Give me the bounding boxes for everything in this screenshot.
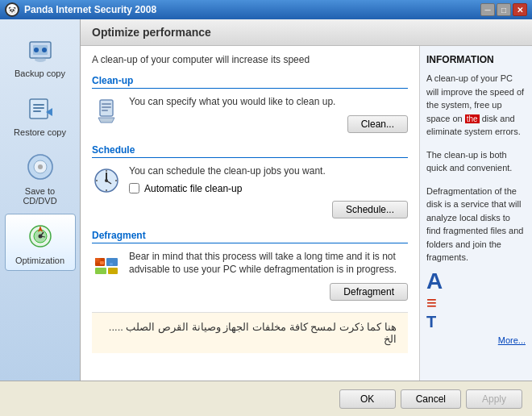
app-icon: 🐼 bbox=[5, 2, 19, 17]
svg-point-2 bbox=[35, 57, 46, 62]
info-panel-paragraph-3: Defragmentation of the disk is a service… bbox=[426, 185, 526, 264]
defragment-title: Defragment bbox=[92, 230, 408, 243]
svg-rect-37 bbox=[110, 263, 113, 265]
info-panel-paragraph-2: The clean-up is both quick and convenien… bbox=[426, 148, 526, 175]
sidebar-item-restore[interactable]: Restore copy bbox=[5, 86, 76, 142]
svg-rect-21 bbox=[102, 110, 108, 111]
svg-rect-19 bbox=[102, 103, 111, 105]
info-panel: INFORMATION A clean-up of your PC will i… bbox=[419, 46, 532, 381]
title-bar-text: Panda Internet Security 2008 bbox=[24, 4, 156, 15]
close-button[interactable]: ✕ bbox=[513, 3, 527, 16]
maximize-button[interactable]: □ bbox=[497, 3, 511, 16]
schedule-title: Schedule bbox=[92, 144, 408, 158]
ok-button[interactable]: OK bbox=[339, 389, 396, 409]
svg-rect-20 bbox=[102, 106, 111, 108]
content-header: Optimize performance bbox=[81, 19, 532, 46]
defrag-content: Bear in mind that this process will take… bbox=[92, 250, 408, 302]
schedule-text: You can schedule the clean-up jobs you w… bbox=[129, 164, 408, 178]
cleanup-content: You can specify what you would like to c… bbox=[92, 95, 408, 133]
more-link[interactable]: More... bbox=[426, 335, 526, 345]
svg-rect-35 bbox=[108, 268, 118, 274]
intro-text: A clean-up of your computer will increas… bbox=[92, 54, 408, 65]
svg-point-3 bbox=[34, 48, 39, 52]
cleanup-btn-row: Clean... bbox=[129, 115, 408, 133]
title-bar: 🐼 Panda Internet Security 2008 ─ □ ✕ bbox=[0, 0, 532, 19]
svg-point-4 bbox=[42, 48, 47, 52]
sidebar-item-backup[interactable]: Backup copy bbox=[5, 27, 76, 83]
footer: OK Cancel Apply bbox=[0, 381, 532, 416]
restore-label: Restore copy bbox=[14, 127, 66, 137]
main-layout: Backup copy Restore copy bbox=[0, 19, 532, 381]
auto-cleanup-label: Automatic file clean-up bbox=[144, 183, 242, 194]
sidebar: Backup copy Restore copy bbox=[0, 19, 81, 381]
defragment-icon bbox=[92, 252, 121, 281]
window-controls: ─ □ ✕ bbox=[480, 3, 527, 16]
info-panel-title: INFORMATION bbox=[426, 54, 526, 65]
svg-rect-34 bbox=[95, 268, 106, 274]
cleanup-title: Clean-up bbox=[92, 75, 408, 89]
info-panel-paragraph-1: A clean-up of your PC will improve the s… bbox=[426, 72, 526, 139]
cleanup-section: Clean-up You can spec bbox=[92, 75, 408, 133]
sidebar-item-optimization[interactable]: Optimization bbox=[5, 214, 76, 271]
svg-rect-36 bbox=[100, 261, 104, 264]
defragment-btn-row: Defragment bbox=[129, 283, 408, 301]
backup-label: Backup copy bbox=[15, 69, 65, 78]
defragment-section: Defragment bbox=[92, 230, 408, 302]
defragment-button[interactable]: Defragment bbox=[330, 283, 408, 301]
cancel-button[interactable]: Cancel bbox=[401, 389, 461, 409]
backup-icon bbox=[23, 32, 57, 66]
svg-point-11 bbox=[38, 164, 43, 169]
clean-button[interactable]: Clean... bbox=[347, 115, 408, 133]
schedule-section: Schedule bbox=[92, 144, 408, 218]
optimization-icon bbox=[23, 219, 57, 253]
sidebar-item-cd[interactable]: Save to CD/DVD bbox=[5, 145, 76, 210]
apply-button[interactable]: Apply bbox=[466, 389, 522, 409]
optimization-label: Optimization bbox=[15, 256, 64, 265]
checkbox-row: Automatic file clean-up bbox=[129, 183, 408, 194]
cd-label: Save to CD/DVD bbox=[8, 186, 73, 206]
restore-icon bbox=[23, 91, 57, 125]
svg-rect-7 bbox=[33, 107, 44, 109]
content-body: A clean-up of your computer will increas… bbox=[81, 46, 532, 381]
minimize-button[interactable]: ─ bbox=[480, 3, 495, 16]
arabic-text-section: هنا كما ذكرت لمسح كافة مخلفات الجهاز وصي… bbox=[92, 312, 408, 353]
svg-rect-32 bbox=[95, 258, 101, 263]
arabic-text: هنا كما ذكرت لمسح كافة مخلفات الجهاز وصي… bbox=[109, 321, 397, 345]
cleanup-icon bbox=[92, 97, 121, 126]
svg-rect-6 bbox=[33, 104, 44, 106]
schedule-button[interactable]: Schedule... bbox=[332, 201, 408, 218]
content-main: A clean-up of your computer will increas… bbox=[81, 46, 419, 381]
content-area: Optimize performance A clean-up of your … bbox=[81, 19, 532, 381]
schedule-content: You can schedule the clean-up jobs you w… bbox=[92, 164, 408, 218]
cleanup-text: You can specify what you would like to c… bbox=[129, 95, 408, 109]
schedule-icon bbox=[92, 166, 121, 195]
defragment-text: Bear in mind that this process will take… bbox=[129, 250, 408, 277]
schedule-btn-row: Schedule... bbox=[129, 201, 408, 218]
info-highlight: the bbox=[465, 114, 480, 123]
auto-cleanup-checkbox[interactable] bbox=[129, 183, 139, 193]
cd-icon bbox=[23, 150, 57, 184]
info-decorative-text: A ≡ T bbox=[426, 269, 526, 331]
svg-rect-8 bbox=[33, 110, 41, 112]
svg-point-25 bbox=[105, 179, 108, 182]
